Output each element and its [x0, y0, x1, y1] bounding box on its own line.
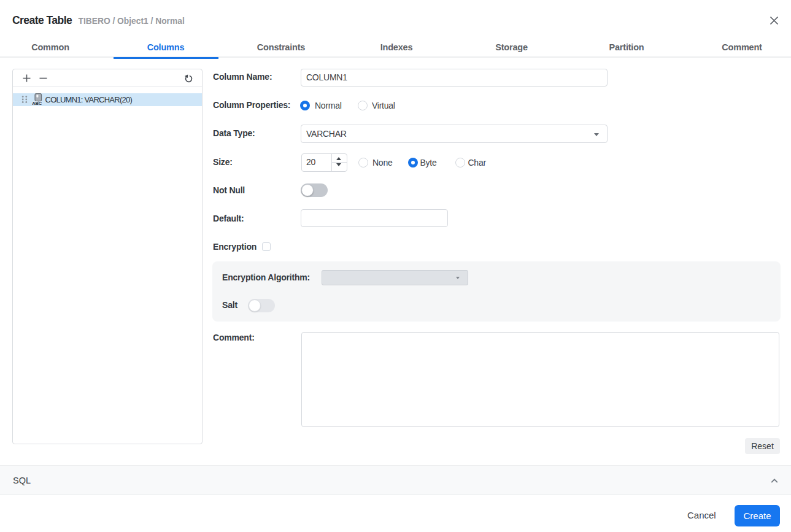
svg-text:ABC: ABC — [32, 100, 42, 106]
